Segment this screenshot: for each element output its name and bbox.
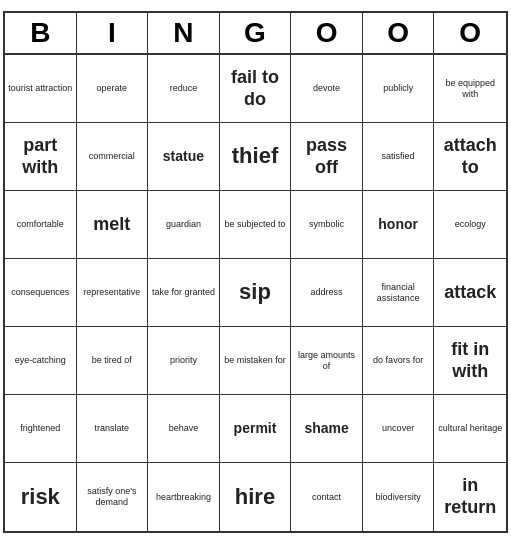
cell-3: fail to do [220, 55, 292, 123]
cell-24: sip [220, 259, 292, 327]
cell-31: be mistaken for [220, 327, 292, 395]
cell-45: hire [220, 463, 292, 531]
cell-text-38: permit [234, 420, 277, 437]
cell-36: translate [77, 395, 149, 463]
cell-text-24: sip [239, 279, 271, 305]
cell-15: melt [77, 191, 149, 259]
cell-17: be subjected to [220, 191, 292, 259]
cell-29: be tired of [77, 327, 149, 395]
cell-0: tourist attraction [5, 55, 77, 123]
cell-text-22: representative [83, 287, 140, 298]
cell-text-35: frightened [20, 423, 60, 434]
cell-text-10: thief [232, 143, 278, 169]
cell-text-1: operate [97, 83, 128, 94]
cell-text-47: biodiversity [376, 492, 421, 503]
bingo-header: BINGOOO [5, 13, 506, 55]
cell-16: guardian [148, 191, 220, 259]
cell-text-31: be mistaken for [224, 355, 286, 366]
cell-9: statue [148, 123, 220, 191]
cell-text-3: fail to do [223, 67, 288, 110]
cell-18: symbolic [291, 191, 363, 259]
bingo-grid: tourist attractionoperatereducefail to d… [5, 55, 506, 531]
cell-text-16: guardian [166, 219, 201, 230]
cell-text-32: large amounts of [294, 350, 359, 372]
cell-33: do favors for [363, 327, 435, 395]
cell-text-25: address [311, 287, 343, 298]
cell-text-28: eye-catching [15, 355, 66, 366]
cell-26: financial assistance [363, 259, 435, 327]
cell-text-39: shame [304, 420, 348, 437]
cell-40: uncover [363, 395, 435, 463]
cell-text-0: tourist attraction [8, 83, 72, 94]
cell-2: reduce [148, 55, 220, 123]
cell-text-7: part with [8, 135, 73, 178]
cell-text-19: honor [378, 216, 418, 233]
cell-text-34: fit in with [437, 339, 503, 382]
cell-text-21: consequences [11, 287, 69, 298]
cell-text-6: be equipped with [437, 78, 503, 100]
cell-text-2: reduce [170, 83, 198, 94]
cell-12: satisfied [363, 123, 435, 191]
cell-43: satisfy one's demand [77, 463, 149, 531]
cell-37: behave [148, 395, 220, 463]
cell-25: address [291, 259, 363, 327]
cell-text-14: comfortable [17, 219, 64, 230]
header-cell-i: I [77, 13, 149, 53]
cell-text-15: melt [93, 214, 130, 236]
cell-22: representative [77, 259, 149, 327]
cell-text-20: ecology [455, 219, 486, 230]
cell-28: eye-catching [5, 327, 77, 395]
cell-35: frightened [5, 395, 77, 463]
cell-text-12: satisfied [382, 151, 415, 162]
cell-text-45: hire [235, 484, 275, 510]
cell-text-36: translate [95, 423, 130, 434]
cell-38: permit [220, 395, 292, 463]
cell-text-29: be tired of [92, 355, 132, 366]
cell-text-5: publicly [383, 83, 413, 94]
cell-text-13: attach to [437, 135, 503, 178]
cell-text-8: commercial [89, 151, 135, 162]
cell-text-18: symbolic [309, 219, 344, 230]
cell-8: commercial [77, 123, 149, 191]
header-cell-o: O [291, 13, 363, 53]
cell-text-33: do favors for [373, 355, 423, 366]
cell-1: operate [77, 55, 149, 123]
cell-text-42: risk [21, 484, 60, 510]
cell-27: attack [434, 259, 506, 327]
header-cell-o: O [434, 13, 506, 53]
header-cell-g: G [220, 13, 292, 53]
cell-14: comfortable [5, 191, 77, 259]
cell-48: in return [434, 463, 506, 531]
cell-20: ecology [434, 191, 506, 259]
cell-46: contact [291, 463, 363, 531]
cell-text-41: cultural heritage [438, 423, 502, 434]
cell-text-44: heartbreaking [156, 492, 211, 503]
cell-23: take for granted [148, 259, 220, 327]
cell-text-43: satisfy one's demand [80, 486, 145, 508]
cell-text-4: devote [313, 83, 340, 94]
cell-19: honor [363, 191, 435, 259]
cell-42: risk [5, 463, 77, 531]
cell-4: devote [291, 55, 363, 123]
cell-5: publicly [363, 55, 435, 123]
cell-7: part with [5, 123, 77, 191]
cell-text-48: in return [437, 475, 503, 518]
cell-text-9: statue [163, 148, 204, 165]
cell-11: pass off [291, 123, 363, 191]
cell-text-46: contact [312, 492, 341, 503]
header-cell-n: N [148, 13, 220, 53]
cell-34: fit in with [434, 327, 506, 395]
cell-text-37: behave [169, 423, 199, 434]
cell-text-30: priority [170, 355, 197, 366]
cell-text-27: attack [444, 282, 496, 304]
header-cell-b: B [5, 13, 77, 53]
cell-text-40: uncover [382, 423, 414, 434]
cell-32: large amounts of [291, 327, 363, 395]
bingo-board: BINGOOO tourist attractionoperatereducef… [3, 11, 508, 533]
cell-39: shame [291, 395, 363, 463]
header-cell-o: O [363, 13, 435, 53]
cell-30: priority [148, 327, 220, 395]
cell-13: attach to [434, 123, 506, 191]
cell-text-23: take for granted [152, 287, 215, 298]
cell-text-26: financial assistance [366, 282, 431, 304]
